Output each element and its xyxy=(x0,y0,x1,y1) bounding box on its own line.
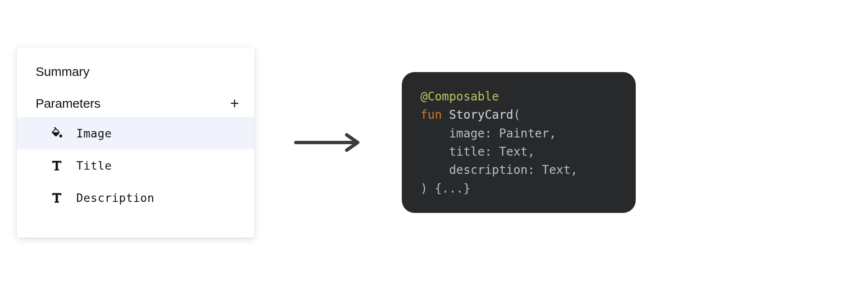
parameter-description[interactable]: Description xyxy=(17,182,254,214)
parameter-label: Description xyxy=(76,191,154,204)
parameter-list: Image Title Description xyxy=(17,117,254,214)
code-keyword-fun: fun xyxy=(420,108,442,122)
text-t-icon xyxy=(50,191,64,204)
summary-heading: Summary xyxy=(17,64,254,79)
properties-panel: Summary Parameters + Image Title Descrip… xyxy=(17,48,254,238)
code-close-body: ) {...} xyxy=(420,182,470,196)
svg-point-0 xyxy=(59,134,62,137)
parameters-section-header: Parameters + xyxy=(17,96,254,115)
code-param-type: Text xyxy=(499,145,527,159)
arrow-right-icon xyxy=(294,132,362,153)
code-param-name: title xyxy=(449,145,484,159)
parameter-label: Image xyxy=(76,127,112,140)
code-open-paren: ( xyxy=(513,108,520,122)
code-param-name: description xyxy=(449,163,527,177)
add-parameter-button[interactable]: + xyxy=(230,96,239,111)
code-annotation: @Composable xyxy=(420,89,499,103)
text-t-icon xyxy=(50,159,64,172)
format-color-fill-icon xyxy=(50,126,64,140)
parameter-image[interactable]: Image xyxy=(17,117,254,149)
code-param-name: image xyxy=(449,126,484,140)
parameter-title[interactable]: Title xyxy=(17,149,254,182)
code-block: @Composable fun StoryCard( image: Painte… xyxy=(402,72,636,213)
parameters-heading: Parameters xyxy=(36,96,100,111)
code-param-type: Painter xyxy=(499,126,549,140)
code-param-type: Text xyxy=(542,163,570,177)
parameter-label: Title xyxy=(76,159,112,172)
code-function-name: StoryCard xyxy=(449,108,513,122)
